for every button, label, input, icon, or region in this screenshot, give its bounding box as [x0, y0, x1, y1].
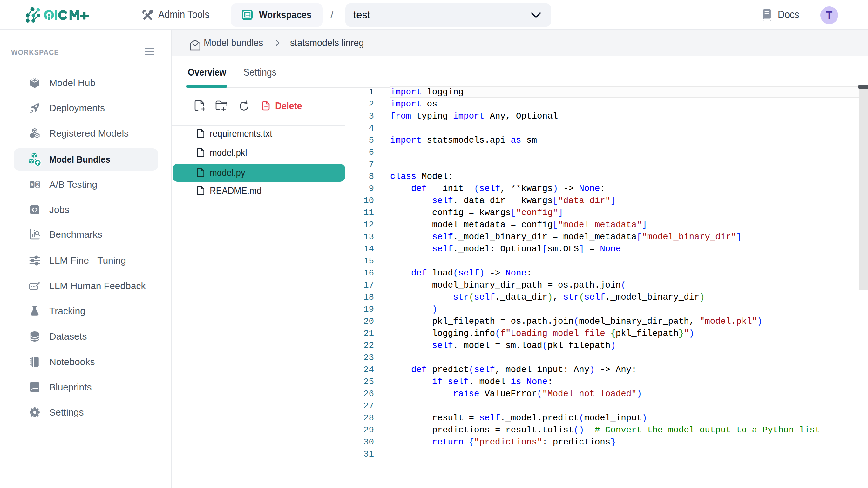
svg-text:B: B: [36, 182, 39, 187]
svg-text:A: A: [31, 182, 34, 187]
